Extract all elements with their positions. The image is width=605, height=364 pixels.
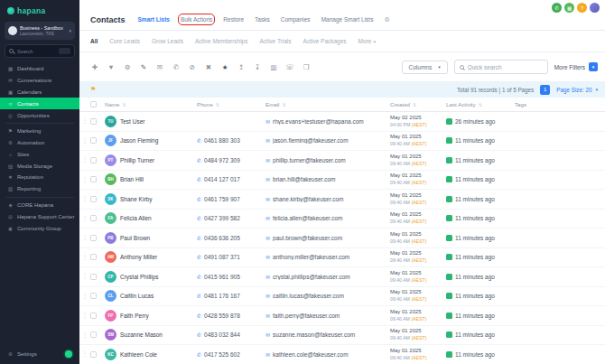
do-not-disturb-icon[interactable]: ⊘ <box>188 63 197 71</box>
row-checkbox[interactable] <box>90 137 97 144</box>
phone-number[interactable]: 0417 525 602 <box>204 351 240 358</box>
tab-manage-smart-lists[interactable]: Manage Smart Lists <box>321 16 374 23</box>
contact-name[interactable]: Shane Kirby <box>120 196 152 202</box>
row-drag-icon[interactable]: ⋮ <box>79 176 90 183</box>
sidebar-item-reputation[interactable]: ★Reputation <box>0 172 79 183</box>
contact-name[interactable]: Anthony Miller <box>120 254 157 260</box>
row-checkbox[interactable] <box>90 351 97 358</box>
phone-icon[interactable]: ✆ <box>552 3 562 13</box>
tab-bulk-actions[interactable]: Bulk Actions <box>181 16 212 23</box>
user-avatar[interactable] <box>590 3 600 13</box>
row-checkbox[interactable] <box>90 293 97 299</box>
row-drag-icon[interactable]: ⋮ <box>79 117 90 125</box>
table-row[interactable]: ⋮PTPhillip Turner✆0484 972 309✉phillip.t… <box>79 151 605 171</box>
row-checkbox[interactable] <box>90 313 97 319</box>
sidebar-item-reporting[interactable]: ▥Reporting <box>0 183 79 195</box>
row-drag-icon[interactable]: ⋮ <box>79 331 90 339</box>
col-header-created[interactable]: Created⇅ <box>390 101 446 107</box>
email-address[interactable]: jason.fleming@fakeuser.com <box>273 137 349 144</box>
select-all-checkbox[interactable] <box>90 101 97 107</box>
table-row[interactable]: ⋮AMAnthony Miller✆0491 087 371✉anthony.m… <box>79 248 605 268</box>
phone-number[interactable]: 0414 127 017 <box>204 176 240 182</box>
tab-tasks[interactable]: Tasks <box>255 16 270 23</box>
pipeline-chart-icon[interactable]: ▥ <box>269 63 278 71</box>
contact-name[interactable]: Jason Fleming <box>120 137 158 144</box>
business-selector[interactable]: Business - Sandbox Launceston, TAS ▾ <box>5 22 75 40</box>
table-row[interactable]: ⋮KCKathleen Cole✆0417 525 602✉kathleen.c… <box>79 345 605 364</box>
page-size-select[interactable]: Page Size: 20 ▾ <box>556 87 598 93</box>
quick-search-input[interactable] <box>468 64 543 70</box>
smartlist-tab-core-leads[interactable]: Core Leads <box>109 38 140 44</box>
contact-name[interactable]: Suzanne Mason <box>120 331 163 338</box>
row-drag-icon[interactable]: ⋮ <box>79 215 90 222</box>
export-icon[interactable]: ↥ <box>237 63 246 71</box>
chat-bubble-icon[interactable] <box>65 350 72 358</box>
email-address[interactable]: shane.kirby@fakeuser.com <box>273 196 344 202</box>
email-address[interactable]: suzanne.mason@fakeuser.com <box>273 331 355 338</box>
row-drag-icon[interactable]: ⋮ <box>79 195 90 202</box>
row-drag-icon[interactable]: ⋮ <box>79 293 90 300</box>
copy-icon[interactable]: ❐ <box>302 63 311 71</box>
columns-dropdown[interactable]: Columns ▾ <box>402 61 448 74</box>
table-row[interactable]: ⋮SMSuzanne Mason✆0483 032 844✉suzanne.ma… <box>79 326 605 346</box>
phone-number[interactable]: 0461 880 303 <box>204 137 240 144</box>
phone-number[interactable]: 0484 972 309 <box>204 157 240 163</box>
contact-name[interactable]: Kathleen Cole <box>120 351 157 358</box>
delete-icon[interactable]: ✖ <box>204 63 213 71</box>
row-checkbox[interactable] <box>90 196 97 202</box>
sidebar-item-sites[interactable]: ⌂Sites <box>0 148 79 160</box>
sidebar-item-settings[interactable]: ⚙ Settings <box>0 346 79 364</box>
contact-name[interactable]: Faith Perry <box>120 313 149 319</box>
add-contact-icon[interactable]: ✚ <box>90 63 99 71</box>
smartlist-tab-grow-leads[interactable]: Grow Leads <box>152 38 183 44</box>
sidebar-item-core-hapana[interactable]: ◈CORE Hapana <box>0 200 79 211</box>
sidebar-item-conversations[interactable]: ✉Conversations <box>0 75 79 87</box>
email-address[interactable]: caitlin.lucas@fakeuser.com <box>273 293 344 299</box>
contact-name[interactable]: Brian Hill <box>120 176 144 182</box>
row-checkbox[interactable] <box>90 118 97 125</box>
sidebar-item-opportunities[interactable]: ◎Opportunities <box>0 109 79 121</box>
row-drag-icon[interactable]: ⋮ <box>79 137 90 145</box>
email-address[interactable]: paul.brown@fakeuser.com <box>273 235 342 241</box>
row-checkbox[interactable] <box>90 274 97 280</box>
col-header-phone[interactable]: Phone⇅ <box>197 101 265 107</box>
more-filters-button[interactable]: More Filters ▼ <box>554 62 598 71</box>
row-drag-icon[interactable]: ⋮ <box>79 312 90 319</box>
call-icon[interactable]: ✆ <box>172 63 181 71</box>
whatsapp-icon[interactable]: ☏ <box>285 63 294 71</box>
email-address[interactable]: kathleen.cole@fakeuser.com <box>273 351 349 358</box>
contact-name[interactable]: Test User <box>120 118 144 125</box>
sidebar-item-hapana-support-center[interactable]: ☏Hapana Support Center <box>0 210 79 222</box>
col-header-tags[interactable]: Tags <box>515 101 605 107</box>
tab-companies[interactable]: Companies <box>281 16 311 23</box>
page-1-button[interactable]: 1 <box>540 85 550 95</box>
row-checkbox[interactable] <box>90 254 97 260</box>
sidebar-item-calendars[interactable]: ▣Calendars <box>0 87 79 98</box>
row-drag-icon[interactable]: ⋮ <box>79 234 90 241</box>
table-row[interactable]: ⋮JFJason Fleming✆0461 880 303✉jason.flem… <box>79 132 605 152</box>
row-drag-icon[interactable]: ⋮ <box>79 273 90 280</box>
row-checkbox[interactable] <box>90 331 97 338</box>
table-row[interactable]: ⋮FPFaith Perry✆0428 559 878✉faith.perry@… <box>79 306 605 326</box>
phone-number[interactable]: 0428 559 878 <box>204 313 240 319</box>
edit-icon[interactable]: ✎ <box>139 63 148 71</box>
smartlist-settings-gear-icon[interactable]: ⚙ <box>384 16 389 23</box>
sidebar-item-community-group[interactable]: ◉Community Group <box>0 222 79 234</box>
contact-name[interactable]: Felicia Allen <box>120 215 152 221</box>
phone-number[interactable]: 0415 961 905 <box>204 274 240 280</box>
contact-name[interactable]: Paul Brown <box>120 235 150 241</box>
contact-name[interactable]: Phillip Turner <box>120 157 154 163</box>
email-address[interactable]: rhys.evans+testuser@hapana.com <box>273 118 364 125</box>
row-drag-icon[interactable]: ⋮ <box>79 350 90 358</box>
contact-name[interactable]: Caitlin Lucas <box>120 293 154 299</box>
flag-icon[interactable]: ⚑ <box>90 86 96 93</box>
row-checkbox[interactable] <box>90 157 97 163</box>
sidebar-item-contacts[interactable]: ☺Contacts <box>0 98 79 109</box>
table-row[interactable]: ⋮CLCaitlin Lucas✆0481 176 167✉caitlin.lu… <box>79 287 605 307</box>
row-checkbox[interactable] <box>90 176 97 182</box>
sidebar-item-media-storage[interactable]: ▤Media Storage <box>0 160 79 172</box>
contact-name[interactable]: Crystal Phillips <box>120 274 159 280</box>
col-header-last-activity[interactable]: Last Activity⇅ <box>446 101 515 107</box>
email-address[interactable]: faith.perry@fakeuser.com <box>273 313 340 319</box>
table-row[interactable]: ⋮FAFelicia Allen✆0427 399 582✉felicia.al… <box>79 210 605 229</box>
